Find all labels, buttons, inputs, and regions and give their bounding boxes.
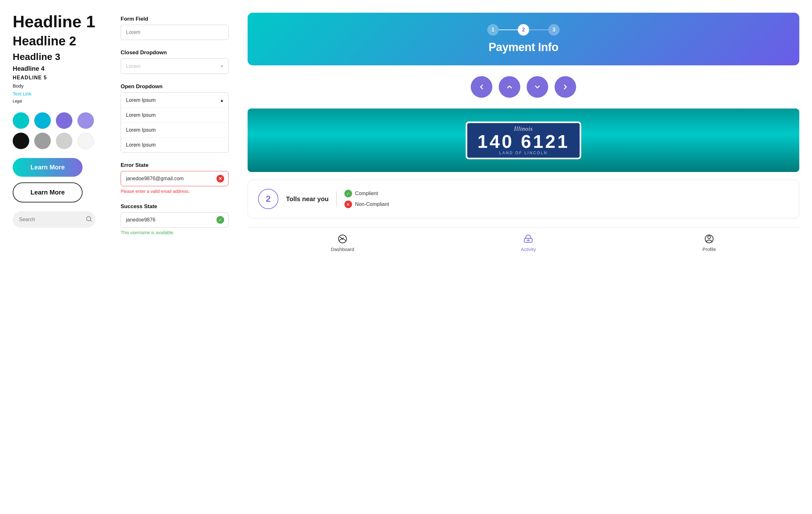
success-icon: ✓ bbox=[216, 216, 224, 224]
activity-label: Activity bbox=[521, 246, 536, 252]
error-state-group: Error State ✕ Please enter a valid email… bbox=[121, 162, 229, 194]
compliant-item: ✓ Complient bbox=[344, 190, 389, 198]
non-compliant-label: Non-Compliant bbox=[355, 202, 389, 207]
headline-3: Headline 3 bbox=[13, 51, 102, 62]
non-compliant-item: ✕ Non-Compliant bbox=[344, 201, 389, 208]
swatch-purple bbox=[78, 112, 94, 129]
color-palette bbox=[13, 112, 102, 149]
dashboard-icon bbox=[337, 233, 348, 245]
error-message: Please enter a valid email address. bbox=[121, 189, 229, 194]
dropdown-item-label-1: Lorem Ipsum bbox=[126, 112, 155, 118]
swatch-gray-light bbox=[56, 132, 72, 149]
nav-right-button[interactable] bbox=[555, 76, 576, 98]
body-text: Body bbox=[13, 83, 102, 89]
compliant-icon: ✓ bbox=[344, 190, 352, 198]
dropdown-item-0[interactable]: Lorem Ipsum ▴ bbox=[121, 93, 228, 108]
svg-point-6 bbox=[529, 238, 531, 239]
outline-button[interactable]: Learn More bbox=[13, 182, 83, 203]
dropdown-item-1[interactable]: Lorem Ipsum bbox=[121, 108, 228, 123]
closed-dropdown-value: Lorem bbox=[126, 63, 140, 69]
nav-profile[interactable]: Profile bbox=[702, 233, 716, 252]
error-input[interactable] bbox=[121, 171, 229, 186]
closed-dropdown-label: Closed Dropdown bbox=[121, 50, 229, 56]
step-2: 2 bbox=[518, 24, 529, 35]
plate-number: 140 6121 bbox=[477, 132, 570, 151]
form-section: Form Field Closed Dropdown Lorem ▾ Open … bbox=[121, 13, 229, 501]
noncompliant-icon: ✕ bbox=[344, 201, 352, 208]
open-dropdown-label: Open Dropdown bbox=[121, 84, 229, 90]
svg-point-10 bbox=[708, 236, 711, 239]
toll-badge: 2 bbox=[258, 189, 279, 209]
step-line-2 bbox=[529, 30, 548, 30]
svg-line-1 bbox=[90, 220, 91, 221]
bottom-navigation: Dashboard Activity Profile bbox=[248, 227, 799, 254]
success-message: This username is available. bbox=[121, 230, 229, 235]
form-field-input[interactable] bbox=[121, 25, 229, 40]
chevron-up-icon: ▴ bbox=[221, 97, 223, 103]
nav-activity[interactable]: Activity bbox=[521, 233, 536, 252]
swatch-purple-light bbox=[56, 112, 72, 129]
headline-2: Headline 2 bbox=[13, 33, 102, 49]
legal-text: Legal bbox=[13, 99, 102, 103]
buttons-section: Learn More Learn More bbox=[13, 158, 102, 228]
success-state-group: Success State ✓ This username is availab… bbox=[121, 203, 229, 235]
tolls-label: Tolls near you bbox=[286, 195, 328, 203]
swatch-sky bbox=[34, 112, 51, 129]
search-icon bbox=[86, 216, 92, 223]
stepper: 1 2 3 bbox=[487, 24, 560, 35]
dropdown-item-2[interactable]: Lorem Ipsum bbox=[121, 123, 228, 138]
error-state-label: Error State bbox=[121, 162, 229, 169]
dropdown-item-label-0: Lorem Ipsum bbox=[126, 97, 155, 103]
nav-arrows bbox=[248, 73, 799, 101]
license-plate-image: Illinois 140 6121 Land of Lincoln bbox=[248, 109, 799, 172]
compliant-label: Complient bbox=[355, 191, 378, 196]
step-1: 1 bbox=[487, 24, 499, 35]
payment-title: Payment Info bbox=[489, 40, 558, 54]
search-bar[interactable] bbox=[13, 211, 95, 228]
color-row-2 bbox=[13, 132, 102, 149]
nav-left-button[interactable] bbox=[471, 76, 492, 98]
tolls-card: 2 Tolls near you ✓ Complient ✕ Non-Compl… bbox=[248, 180, 799, 218]
plate-inner: Illinois 140 6121 Land of Lincoln bbox=[466, 122, 581, 159]
dropdown-item-3[interactable]: Lorem Ipsum bbox=[121, 138, 228, 152]
swatch-black bbox=[13, 132, 29, 149]
dropdown-item-label-3: Lorem Ipsum bbox=[126, 142, 155, 148]
error-input-wrap: ✕ bbox=[121, 171, 229, 186]
nav-dashboard[interactable]: Dashboard bbox=[331, 233, 354, 252]
tolls-divider bbox=[336, 191, 337, 207]
right-panel: 1 2 3 Payment Info bbox=[248, 13, 799, 501]
text-link[interactable]: Text Link bbox=[13, 91, 102, 96]
headline-5: HEADLINE 5 bbox=[13, 75, 102, 81]
color-row-1 bbox=[13, 112, 102, 129]
compliance-list: ✓ Complient ✕ Non-Compliant bbox=[344, 190, 389, 208]
typography-section: Headline 1 Headline 2 Headline 3 Headlin… bbox=[13, 13, 102, 501]
primary-button[interactable]: Learn More bbox=[13, 158, 83, 177]
chevron-down-icon: ▾ bbox=[221, 63, 223, 69]
swatch-white bbox=[78, 132, 94, 149]
step-line-1 bbox=[499, 30, 518, 30]
profile-label: Profile bbox=[702, 246, 716, 252]
success-input-wrap: ✓ bbox=[121, 212, 229, 228]
swatch-gray-mid bbox=[34, 132, 51, 149]
search-input[interactable] bbox=[19, 217, 83, 222]
dropdown-item-label-2: Lorem Ipsum bbox=[126, 127, 155, 133]
activity-icon bbox=[522, 233, 534, 245]
svg-point-5 bbox=[526, 238, 527, 239]
success-state-label: Success State bbox=[121, 203, 229, 210]
error-icon: ✕ bbox=[216, 175, 224, 182]
success-input[interactable] bbox=[121, 212, 229, 228]
form-field-label: Form Field bbox=[121, 16, 229, 22]
payment-card: 1 2 3 Payment Info bbox=[248, 13, 799, 65]
closed-dropdown[interactable]: Lorem ▾ bbox=[121, 58, 229, 74]
step-3: 3 bbox=[548, 24, 560, 35]
nav-down-button[interactable] bbox=[527, 76, 548, 98]
swatch-teal bbox=[13, 112, 29, 129]
dashboard-label: Dashboard bbox=[331, 246, 354, 252]
open-dropdown[interactable]: Lorem Ipsum ▴ Lorem Ipsum Lorem Ipsum Lo… bbox=[121, 92, 229, 153]
form-field-group: Form Field bbox=[121, 16, 229, 40]
profile-icon bbox=[703, 233, 715, 245]
headline-4: Headline 4 bbox=[13, 65, 102, 72]
closed-dropdown-group: Closed Dropdown Lorem ▾ bbox=[121, 50, 229, 74]
open-dropdown-group: Open Dropdown Lorem Ipsum ▴ Lorem Ipsum … bbox=[121, 84, 229, 153]
nav-up-button[interactable] bbox=[499, 76, 520, 98]
